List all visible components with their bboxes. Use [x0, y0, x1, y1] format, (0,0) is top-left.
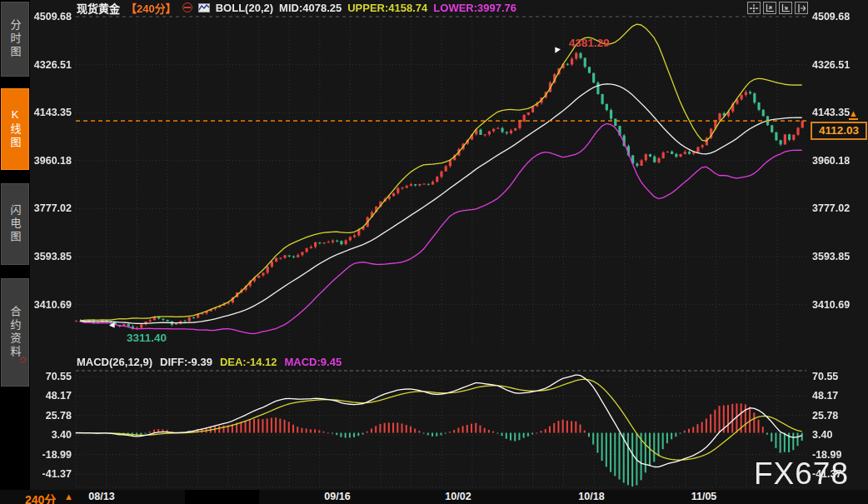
sidebar-tab-contract-info[interactable]: 合约资料 — [1, 278, 29, 387]
main-axis-label-left: 4509.68 — [28, 11, 72, 22]
sidebar-tab-lightning[interactable]: 闪电图 — [1, 183, 29, 265]
sidebar-tab-kline[interactable]: K线图 — [1, 88, 29, 170]
main-axis-label-left: 3593.85 — [28, 251, 72, 262]
macd-axis-label-left: -41.37 — [28, 468, 72, 480]
macd-axis-label-left: 3.40 — [28, 429, 72, 441]
macd-axis-label-left: 25.78 — [28, 410, 72, 422]
macd-indicator-label: MACD(26,12,9) — [77, 356, 152, 368]
chart-header: 现货黄金 【240分】 BOLL(20,2) MID:4078.25 UPPER… — [77, 1, 516, 14]
symbol-title: 现货黄金 — [77, 0, 120, 16]
main-axis-label-right: 4326.51 — [812, 59, 850, 71]
chart-toolbar — [747, 2, 808, 14]
main-axis-label-left: 3777.02 — [28, 202, 72, 214]
indicator-chart-icon[interactable] — [198, 3, 210, 12]
connection-status-icon: ☼ — [17, 352, 28, 365]
main-axis-label-right: 3410.69 — [812, 299, 850, 311]
boll-lower-value: LOWER:3997.76 — [433, 2, 516, 14]
macd-axis-label-right: 48.17 — [812, 390, 838, 402]
date-label: 10/18 — [573, 491, 610, 502]
macd-axis-label-left: 48.17 — [28, 390, 72, 402]
date-label: 11/05 — [686, 491, 722, 502]
macd-header: MACD(26,12,9) DIFF:-9.39 DEA:-14.12 MACD… — [77, 356, 342, 368]
zoom-in-axis-icon[interactable] — [779, 2, 792, 14]
sidebar-tab-timeline[interactable]: 分时图 — [1, 2, 29, 77]
macd-axis-label-left: 70.55 — [28, 371, 72, 382]
main-axis-label-right: 3777.02 — [812, 202, 850, 214]
low-price-annotation: 3311.40 — [127, 332, 167, 344]
boll-upper-value: UPPER:4158.74 — [347, 2, 427, 14]
macd-axis-label-right: 70.55 — [812, 371, 838, 382]
main-axis-label-left: 3960.18 — [28, 155, 72, 167]
footer-period-up-icon[interactable]: ▲ — [64, 492, 73, 502]
footer-period-label[interactable]: 240分 — [25, 491, 56, 504]
macd-axis-label-right: 3.40 — [812, 429, 832, 441]
main-axis-label-right: 3960.18 — [812, 155, 850, 167]
price-chart-canvas[interactable] — [0, 0, 868, 504]
main-axis-label-right: 4143.35 — [812, 107, 850, 118]
period-label: 【240分】 — [126, 0, 177, 16]
main-axis-label-left: 4143.35 — [28, 107, 72, 118]
macd-diff-value: DIFF:-9.39 — [160, 356, 212, 368]
crosshair-icon[interactable] — [747, 2, 761, 14]
boll-indicator-label: BOLL(20,2) — [216, 2, 273, 14]
chart-application: 分时图 K线图 闪电图 合约资料 ☼ 现货黄金 【240分】 BOLL(20,2… — [0, 0, 868, 504]
boll-mid-value: MID:4078.25 — [279, 2, 342, 14]
main-axis-label-left: 3410.69 — [28, 299, 72, 311]
macd-macd-value: MACD:9.45 — [285, 356, 342, 368]
scrollbar-blackout-box[interactable] — [185, 490, 259, 504]
main-axis-label-right: 4509.68 — [812, 11, 850, 22]
minus-circle-icon[interactable] — [182, 2, 192, 12]
zoom-out-axis-icon[interactable] — [763, 2, 776, 14]
watermark: FX678 — [754, 457, 849, 492]
macd-axis-label-right: 25.78 — [812, 410, 838, 422]
date-label: 08/13 — [83, 491, 120, 502]
sidebar: 分时图 K线图 闪电图 合约资料 — [0, 0, 30, 504]
date-axis-bar — [0, 490, 868, 504]
date-label: 10/02 — [440, 491, 476, 502]
main-axis-label-left: 4326.51 — [28, 59, 72, 71]
exit-chart-icon[interactable] — [795, 2, 808, 14]
macd-axis-label-left: -18.99 — [28, 449, 72, 461]
date-label: 09/16 — [319, 491, 356, 502]
price-up-arrow-icon: ▲ — [849, 109, 858, 120]
main-axis-label-right: 3593.85 — [812, 251, 850, 262]
macd-dea-value: DEA:-14.12 — [220, 356, 277, 368]
current-price-tag[interactable]: 4112.03 — [811, 122, 867, 140]
high-price-annotation: 4381.29 — [569, 37, 610, 49]
